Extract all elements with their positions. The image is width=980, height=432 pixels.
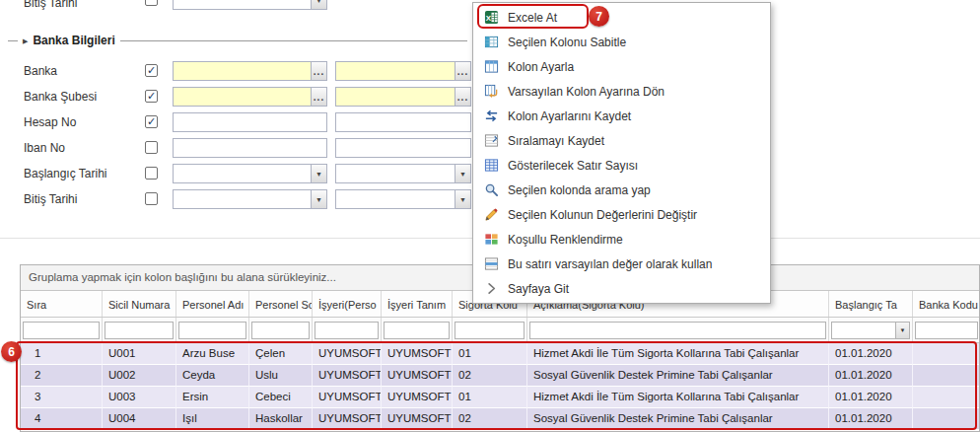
filter-input[interactable] bbox=[315, 322, 379, 339]
field-input[interactable]: ▼ bbox=[173, 164, 327, 183]
field-input[interactable] bbox=[335, 138, 471, 158]
filter-input[interactable] bbox=[23, 322, 100, 339]
expand-arrow-icon[interactable]: ▶ bbox=[23, 37, 28, 44]
menu-item-freeze-column[interactable]: Seçilen Kolonu Sabitle bbox=[473, 30, 770, 54]
ellipsis-icon[interactable]: ... bbox=[311, 62, 326, 80]
ellipsis-icon[interactable]: ... bbox=[455, 62, 470, 80]
filter-input[interactable] bbox=[178, 322, 246, 339]
filter-input[interactable] bbox=[251, 322, 310, 339]
field-input[interactable]: ... bbox=[335, 87, 471, 107]
dropdown-icon[interactable]: ▼ bbox=[311, 165, 326, 182]
field-label: Banka bbox=[24, 64, 57, 78]
field-input[interactable]: ▼ bbox=[335, 164, 471, 183]
field-input[interactable]: ... bbox=[173, 87, 327, 107]
dropdown-icon[interactable]: ▼ bbox=[895, 323, 909, 338]
table-cell: Ersin bbox=[176, 387, 249, 408]
table-cell: U004 bbox=[103, 408, 176, 430]
table-cell: U003 bbox=[103, 387, 176, 408]
table-cell: Haskollar bbox=[249, 408, 313, 430]
checkbox-unchecked[interactable] bbox=[145, 192, 158, 205]
filter-input[interactable] bbox=[529, 322, 826, 339]
filter-input[interactable] bbox=[915, 322, 978, 339]
column-header[interactable]: Sicil Numara bbox=[103, 291, 176, 317]
column-header[interactable]: Banka Kodu bbox=[913, 291, 980, 317]
menu-item-label: Bu satırı varsayılan değer olarak kullan bbox=[508, 257, 712, 271]
top-field-label: Bitiş Tarihi bbox=[24, 0, 77, 10]
filter-cell bbox=[527, 318, 829, 342]
goto-page-icon bbox=[483, 281, 499, 297]
table-row-3[interactable]: 3U003ErsinCebeciUYUMSOFTUYUMSOFT01Hizmet… bbox=[21, 387, 979, 408]
column-header[interactable]: İşyeri Tanım bbox=[382, 291, 453, 317]
column-settings-icon bbox=[483, 59, 499, 75]
menu-item-label: Gösterilecek Satır Sayısı bbox=[508, 159, 638, 173]
menu-item-label: Excele At bbox=[508, 11, 557, 25]
table-cell bbox=[913, 343, 980, 365]
table-row-4[interactable]: 4U004IşılHaskollarUYUMSOFTUYUMSOFT02Sosy… bbox=[21, 408, 979, 430]
field-input[interactable]: ... bbox=[335, 61, 471, 81]
top-field-input[interactable]: ▼ bbox=[173, 0, 327, 10]
table-cell: UYUMSOFT bbox=[313, 365, 382, 387]
field-input[interactable]: ... bbox=[173, 61, 327, 81]
checkbox-checked[interactable]: ✓ bbox=[145, 115, 158, 128]
menu-item-edit-values[interactable]: Seçilen Kolunun Değerlerini Değiştir bbox=[473, 202, 770, 227]
table-cell: Sosyal Güvenlik Destek Primine Tabi Çalı… bbox=[527, 408, 829, 430]
table-cell: 1 bbox=[21, 343, 103, 365]
menu-item-label: Varsayılan Kolon Ayarına Dön bbox=[508, 85, 665, 99]
table-cell: Sosyal Güvenlik Destek Primine Tabi Çalı… bbox=[527, 365, 829, 387]
menu-item-conditional-format[interactable]: Koşullu Renklendirme bbox=[473, 227, 770, 252]
filter-cell bbox=[103, 318, 176, 342]
filter-input[interactable] bbox=[384, 322, 450, 339]
column-header[interactable]: Başlangıç Ta bbox=[829, 291, 913, 317]
filter-input[interactable] bbox=[455, 322, 525, 339]
ellipsis-icon[interactable]: ... bbox=[311, 88, 326, 106]
field-input[interactable] bbox=[173, 112, 327, 132]
dropdown-icon[interactable]: ▼ bbox=[455, 165, 470, 182]
save-sort-icon bbox=[483, 133, 499, 149]
dropdown-icon[interactable]: ▼ bbox=[311, 0, 326, 9]
menu-item-save-sort[interactable]: Sıralamayı Kaydet bbox=[473, 128, 770, 153]
checkbox-unchecked[interactable] bbox=[145, 141, 158, 154]
table-cell: 01.01.2020 bbox=[829, 387, 913, 408]
table-row-2[interactable]: 2U002CeydaUsluUYUMSOFTUYUMSOFT02Sosyal G… bbox=[21, 365, 979, 387]
column-header[interactable]: Personel Adı bbox=[176, 291, 249, 317]
dropdown-icon[interactable]: ▼ bbox=[455, 190, 470, 208]
ellipsis-icon[interactable]: ... bbox=[455, 88, 470, 106]
excel-icon: X bbox=[483, 10, 499, 26]
field-input[interactable]: ▼ bbox=[173, 189, 327, 209]
field-input[interactable] bbox=[173, 138, 327, 158]
column-header[interactable]: Personel Soy bbox=[249, 291, 313, 317]
top-field-checkbox[interactable] bbox=[145, 0, 158, 6]
edit-values-icon bbox=[483, 207, 499, 223]
filter-cell bbox=[176, 318, 249, 342]
table-cell: UYUMSOFT bbox=[382, 343, 453, 365]
field-label: Banka Şubesi bbox=[24, 90, 97, 104]
menu-item-excel[interactable]: XExcele At bbox=[473, 5, 770, 30]
checkbox-unchecked[interactable] bbox=[145, 167, 158, 180]
menu-item-column-settings[interactable]: Kolon Ayarla bbox=[473, 54, 770, 79]
app-window: Bitiş Tarihi ▼ ▶ Banka Bilgileri Banka✓.… bbox=[0, 0, 980, 432]
field-input[interactable]: ▼ bbox=[335, 189, 471, 209]
menu-item-save-columns[interactable]: Kolon Ayarlarını Kaydet bbox=[473, 104, 770, 128]
freeze-column-icon bbox=[483, 35, 499, 50]
column-header[interactable]: İşyeri(Perso bbox=[313, 291, 382, 317]
table-cell: 01 bbox=[453, 387, 527, 408]
field-input[interactable] bbox=[335, 112, 471, 132]
checkbox-checked[interactable]: ✓ bbox=[145, 64, 158, 77]
table-cell: UYUMSOFT bbox=[313, 343, 382, 365]
section-header: ▶ Banka Bilgileri bbox=[8, 34, 467, 47]
table-cell: 01.01.2020 bbox=[829, 343, 913, 365]
table-cell: 4 bbox=[21, 408, 103, 430]
menu-item-default-row[interactable]: Bu satırı varsayılan değer olarak kullan bbox=[473, 252, 770, 276]
table-cell: Uslu bbox=[249, 365, 313, 387]
dropdown-icon[interactable]: ▼ bbox=[311, 190, 326, 208]
filter-input[interactable] bbox=[105, 322, 174, 339]
checkbox-checked[interactable]: ✓ bbox=[145, 90, 158, 103]
filter-cell bbox=[313, 318, 382, 342]
filter-input[interactable]: ▼ bbox=[831, 322, 910, 339]
menu-item-goto-page[interactable]: Sayfaya Git bbox=[473, 276, 770, 301]
menu-item-reset-columns[interactable]: Varsayılan Kolon Ayarına Dön bbox=[473, 79, 770, 104]
menu-item-search-column[interactable]: Seçilen kolonda arama yap bbox=[473, 178, 770, 202]
column-header[interactable]: Sıra bbox=[21, 291, 103, 317]
table-row-1[interactable]: 1U001Arzu BuseÇelenUYUMSOFTUYUMSOFT01Hiz… bbox=[21, 343, 979, 365]
menu-item-row-count[interactable]: Gösterilecek Satır Sayısı bbox=[473, 153, 770, 178]
